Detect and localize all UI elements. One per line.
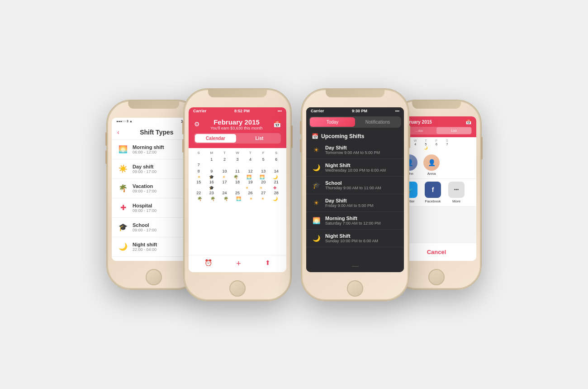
phone3-home-button[interactable] [347, 280, 363, 297]
cal-day-28[interactable]: 28 [270, 190, 283, 196]
day-shift-icon-2: ☀ [312, 199, 321, 207]
cal-day-18[interactable]: 18 [231, 179, 244, 185]
w4-icon2: 🌴 [210, 197, 215, 201]
weekday-s2: S [270, 151, 283, 155]
share-icon4 [431, 146, 441, 150]
w4-icon7: 🌙 [273, 197, 278, 201]
morning-icon: 🌅 [118, 145, 128, 154]
share-icon2 [410, 146, 420, 150]
cal-day[interactable] [192, 157, 205, 162]
day-shift-time-2: Friday 9:00 AM to 5:00 PM [325, 203, 398, 208]
day-name: Day shift [133, 164, 190, 169]
calendar-footer: ⏰ + ⬆ [189, 255, 286, 272]
phone3-time: 9:30 PM [352, 109, 367, 113]
upcoming-item-morning-shift[interactable]: 🌅 Morning Shift Saturday 7:00 AM to 12:0… [306, 212, 404, 230]
vacation-icon: 🌴 [118, 184, 128, 192]
cal-day-6[interactable]: 6 [270, 157, 283, 162]
phone4-home-button[interactable] [428, 269, 445, 285]
w2-icon1: ☀ [197, 175, 201, 179]
hospital-icon: ✚ [118, 203, 128, 212]
night-shift-name-2: Night Shift [325, 233, 398, 239]
share-facebook[interactable]: f Facebook [425, 182, 441, 203]
phone1-home-button[interactable] [146, 269, 162, 285]
phone2-home-button[interactable] [229, 280, 246, 297]
cal-day-25[interactable]: 25 [231, 190, 244, 196]
cal-day-3[interactable]: 3 [231, 157, 244, 162]
phone3-battery: ▪▪▪ [395, 109, 399, 113]
cal-day-20[interactable]: 20 [257, 179, 270, 185]
upcoming-item-day-shift-2[interactable]: ☀ Day Shift Friday 9:00 AM to 5:00 PM [306, 194, 404, 212]
share-cal-icon: 📅 [465, 119, 472, 125]
back-button[interactable]: ‹ [117, 129, 119, 136]
cal-day-24[interactable]: 24 [218, 190, 231, 196]
more-label: More [452, 199, 460, 203]
hospital-name: Hospital [133, 203, 190, 208]
upcoming-item-day-shift-1[interactable]: ☀ Day Shift Tomorrow 9:00 AM to 5:00 PM [306, 141, 404, 159]
cal-day-16[interactable]: 16 [205, 179, 218, 185]
cal-day-14[interactable]: 14 [270, 168, 283, 174]
cal-day-2[interactable]: 2 [218, 157, 231, 162]
tab-notifications[interactable]: Notifications [355, 117, 400, 127]
share-more[interactable]: ••• More [448, 182, 465, 203]
cal-day-9[interactable]: 9 [205, 168, 218, 174]
cal-day-10[interactable]: 10 [218, 168, 231, 174]
cal-day-7[interactable]: 7 [192, 162, 205, 168]
tab-today[interactable]: Today [310, 117, 355, 127]
week4-icons: 🌴 🌴 🌴 🌅 ☀ ☀ 🌙 [192, 197, 283, 201]
upcoming-item-school[interactable]: 🎓 School Thursday 9:00 AM to 11:00 AM [306, 177, 404, 194]
cal-day-8[interactable]: 8 [192, 168, 205, 174]
upcoming-item-night-shift-2[interactable]: 🌙 Night Shift Sunday 10:00 PM to 6:00 AM [306, 230, 404, 247]
clock-icon[interactable]: ⏰ [204, 259, 212, 269]
cal-day-15[interactable]: 15 [192, 179, 205, 185]
morning-time: 06:00 - 12:00 [133, 150, 190, 154]
weekday-m: M [205, 151, 218, 155]
cal-day-4[interactable]: 4 [244, 157, 257, 162]
weekday-w: W [231, 151, 244, 155]
anna-name: Anna [427, 172, 436, 176]
share-cal-day-6: 6 [431, 142, 441, 146]
cal-week-2: 8 9 10 11 12 13 14 [192, 168, 283, 174]
share-wday-f: F [431, 139, 441, 142]
weekday-t2: T [244, 151, 257, 155]
w3-icon7: ✚ [273, 186, 277, 190]
upcoming-item-night-shift-1[interactable]: 🌙 Night Shift Wednesday 10:00 PM to 6:00… [306, 159, 404, 177]
w2-icon3: ☀ [222, 175, 226, 179]
share-cal-day-4: 4 [410, 142, 420, 146]
share-button[interactable]: ⬆ [265, 259, 270, 269]
cal-day-11[interactable]: 11 [231, 168, 244, 174]
night-shift-icon-2: 🌙 [312, 235, 321, 242]
scroll-handle: ━━━ [306, 259, 404, 272]
tab-list[interactable]: List [239, 134, 280, 143]
share-cal-day-7: 7 [442, 142, 452, 146]
add-shift-button[interactable]: + [236, 259, 241, 269]
w4-icon3: 🌴 [223, 197, 228, 201]
cal-day-23[interactable]: 23 [205, 190, 218, 196]
w2-icon7: 🌙 [273, 175, 278, 179]
cal-day-12[interactable]: 12 [244, 168, 257, 174]
tab-calendar[interactable]: Calendar [195, 134, 236, 143]
cal-day-19[interactable]: 19 [244, 179, 257, 185]
school-name: School [133, 222, 190, 228]
cal-week-3: 15 16 17 18 19 20 21 [192, 179, 283, 185]
cal-day-5[interactable]: 5 [257, 157, 270, 162]
calendar-earnings: You'll earn $3,630 this month [210, 126, 262, 130]
morning-shift-icon: 🌅 [312, 217, 321, 224]
share-tab-list[interactable]: List [436, 127, 471, 134]
weekday-s1: S [192, 151, 205, 155]
cal-day-27[interactable]: 27 [257, 190, 270, 196]
night-shift-icon-1: 🌙 [312, 164, 321, 171]
phone2-time: 8:52 PM [234, 109, 250, 113]
cal-day-1[interactable]: 1 [205, 157, 218, 162]
share-person-anna[interactable]: 👤 Anna [423, 154, 440, 176]
cal-day-21[interactable]: 21 [270, 179, 283, 185]
cal-day-13[interactable]: 13 [257, 168, 270, 174]
settings-icon[interactable]: ⚙ [194, 120, 200, 128]
morning-shift-name: Morning Shift [325, 216, 398, 221]
school-upcoming-name: School [325, 180, 398, 186]
calendar-icon[interactable]: 📅 [273, 120, 281, 128]
day-shift-time-1: Tomorrow 9:00 AM to 5:00 PM [325, 150, 398, 155]
school-upcoming-time: Thursday 9:00 AM to 11:00 AM [325, 186, 398, 190]
cal-day-17[interactable]: 17 [218, 179, 231, 185]
cal-day-22[interactable]: 22 [192, 190, 205, 196]
cal-day-26[interactable]: 26 [244, 190, 257, 196]
